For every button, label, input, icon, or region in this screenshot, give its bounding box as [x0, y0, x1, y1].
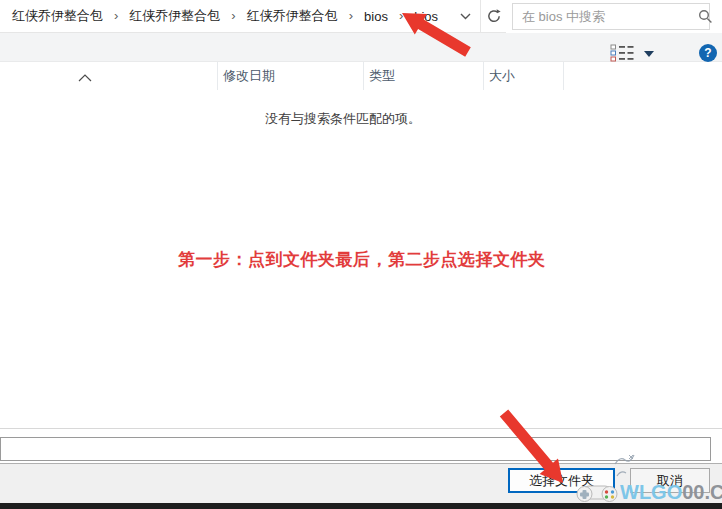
chevron-down-icon[interactable]	[450, 0, 480, 32]
folder-picker-dialog: 红侠乔伊整合包 › 红侠乔伊整合包 › 红侠乔伊整合包 › bios › bio…	[0, 0, 722, 509]
breadcrumb-item[interactable]: 红侠乔伊整合包	[123, 5, 226, 27]
column-header-size[interactable]: 大小	[483, 62, 564, 90]
address-row: 红侠乔伊整合包 › 红侠乔伊整合包 › 红侠乔伊整合包 › bios › bio…	[0, 0, 722, 33]
breadcrumb-item-current[interactable]: bios	[408, 7, 444, 26]
view-mode-icon[interactable]	[610, 44, 636, 62]
folder-name-input[interactable]	[0, 437, 711, 461]
annotation-step-text: 第一步：点到文件夹最后，第二步点选择文件夹	[178, 248, 546, 271]
search-input[interactable]	[513, 9, 698, 24]
help-button[interactable]: ?	[699, 44, 717, 62]
breadcrumb-item[interactable]: 红侠乔伊整合包	[241, 5, 344, 27]
search-icon	[698, 9, 713, 24]
watermark: WLGO00.COM	[576, 479, 722, 506]
breadcrumb-separator-icon[interactable]: ›	[394, 8, 408, 23]
sort-ascending-icon	[78, 64, 92, 92]
column-header-date-modified[interactable]: 修改日期	[217, 62, 364, 90]
breadcrumb-separator-icon[interactable]: ›	[226, 8, 240, 23]
column-header-row: 修改日期 类型 大小	[0, 62, 722, 90]
breadcrumb-item[interactable]: bios	[358, 7, 394, 26]
watermark-brand: WLGO	[620, 481, 682, 503]
column-header-name[interactable]	[0, 62, 218, 90]
empty-list-message: 没有与搜索条件匹配的项。	[265, 110, 421, 128]
search-box	[512, 3, 710, 30]
refresh-icon[interactable]	[480, 0, 506, 32]
breadcrumb-separator-icon[interactable]: ›	[109, 8, 123, 23]
game-controller-icon	[576, 479, 618, 506]
watermark-scribble	[612, 452, 638, 482]
column-header-type[interactable]: 类型	[363, 62, 484, 90]
address-bar: 红侠乔伊整合包 › 红侠乔伊整合包 › 红侠乔伊整合包 › bios › bio…	[0, 0, 506, 33]
view-mode-chevron-icon[interactable]	[644, 51, 654, 57]
breadcrumb-separator-icon[interactable]: ›	[344, 8, 358, 23]
list-area-divider	[0, 428, 722, 429]
breadcrumb-item[interactable]: 红侠乔伊整合包	[6, 5, 109, 27]
watermark-suffix: 00.COM	[682, 481, 722, 503]
breadcrumb: 红侠乔伊整合包 › 红侠乔伊整合包 › 红侠乔伊整合包 › bios › bio…	[0, 5, 450, 27]
